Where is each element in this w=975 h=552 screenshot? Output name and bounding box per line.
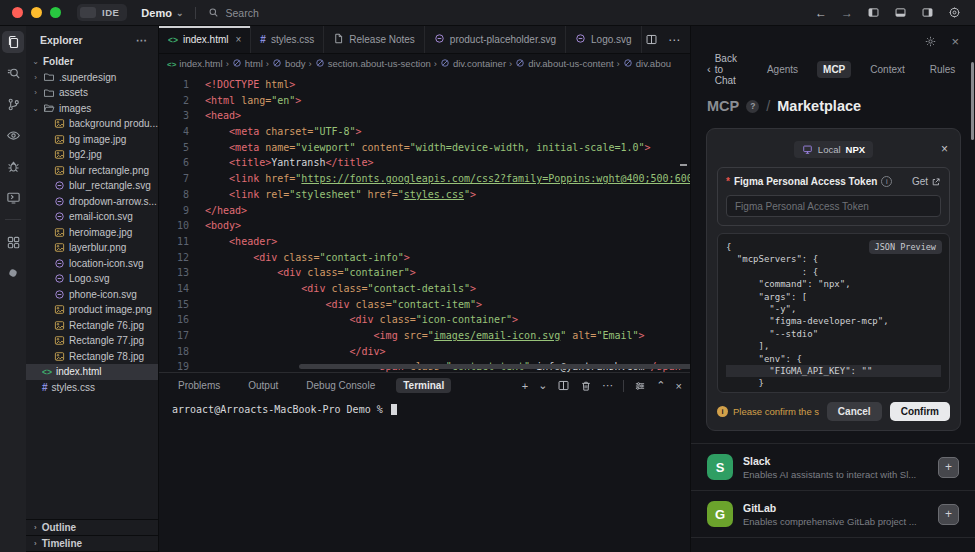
global-search[interactable]: Search xyxy=(208,7,258,19)
split-editor-icon[interactable] xyxy=(645,33,658,46)
toggle-left-panel-icon[interactable] xyxy=(867,6,880,19)
close-panel-icon[interactable]: × xyxy=(676,380,682,392)
tree-item-rectangle-76-jpg[interactable]: Rectangle 76.jpg xyxy=(26,318,158,334)
tree-item--superdesign[interactable]: ›.superdesign xyxy=(26,70,158,86)
tree-item-blur-rectangle-png[interactable]: blur rectangle.png xyxy=(26,163,158,179)
tree-item-rectangle-78-jpg[interactable]: Rectangle 78.jpg xyxy=(26,349,158,365)
tab-product-placeholder-svg[interactable]: product-placeholder.svg xyxy=(425,26,566,53)
activity-preview-eye-icon[interactable] xyxy=(2,124,24,146)
cancel-button[interactable]: Cancel xyxy=(827,402,882,421)
tree-item-logo-svg[interactable]: Logo.svg xyxy=(26,271,158,287)
activity-debug-bug-icon[interactable] xyxy=(2,155,24,177)
breadcrumb-item[interactable]: div.about-us-content xyxy=(515,58,613,69)
activity-extensions-icon[interactable] xyxy=(2,231,24,253)
tab-styles-css[interactable]: #styles.css xyxy=(251,26,324,53)
split-terminal-icon[interactable] xyxy=(557,379,570,392)
code-editor[interactable]: 1<!DOCTYPE html>2<html lang="en">3<head>… xyxy=(159,72,690,372)
panel-tab-rules[interactable]: Rules xyxy=(924,61,962,78)
breadcrumb-item[interactable]: body xyxy=(272,58,306,69)
panel-tab-agents[interactable]: Agents xyxy=(761,61,804,78)
window-controls[interactable] xyxy=(12,7,61,18)
configure-icon[interactable] xyxy=(634,380,646,392)
tree-item-location-icon-svg[interactable]: location-icon.svg xyxy=(26,256,158,272)
toggle-bottom-panel-icon[interactable] xyxy=(894,6,907,19)
sidebar-section-timeline[interactable]: ›Timeline xyxy=(26,536,158,552)
add-server-button[interactable]: + xyxy=(938,457,959,478)
activity-explorer-icon[interactable] xyxy=(2,31,24,53)
close-window-button[interactable] xyxy=(12,7,23,18)
more-actions-icon[interactable]: ⋯ xyxy=(602,379,613,392)
breadcrumb-item[interactable]: div.container xyxy=(440,58,506,69)
chevron-down-icon[interactable]: ⌄ xyxy=(538,379,547,392)
image-file-icon xyxy=(54,134,65,145)
panel-tab-problems[interactable]: Problems xyxy=(171,378,227,393)
get-token-link[interactable]: Get xyxy=(912,176,941,187)
tree-item-label: assets xyxy=(59,87,88,98)
navigate-forward-icon[interactable]: → xyxy=(841,6,853,20)
project-switcher[interactable]: Demo ⌄ xyxy=(141,7,183,19)
panel-tab-mcp[interactable]: MCP xyxy=(817,61,851,78)
panel-scrollbar[interactable] xyxy=(971,62,974,140)
tree-item-product-image-png[interactable]: product image.png xyxy=(26,302,158,318)
kill-terminal-icon[interactable] xyxy=(580,380,592,392)
tree-item-email-icon-svg[interactable]: email-icon.svg xyxy=(26,209,158,225)
tab-close-icon[interactable]: × xyxy=(236,34,242,45)
minimize-window-button[interactable] xyxy=(31,7,42,18)
json-preview: JSON Preview { "mcpServers": { : { "comm… xyxy=(717,233,950,393)
horizontal-scrollbar[interactable] xyxy=(299,364,690,369)
tree-item-styles-css[interactable]: #styles.css xyxy=(26,380,158,396)
tree-item-phone-icon-svg[interactable]: phone-icon.svg xyxy=(26,287,158,303)
breadcrumb-item[interactable]: html xyxy=(232,58,263,69)
tree-item-background-produ-[interactable]: background produ... xyxy=(26,116,158,132)
tree-item-bg2-jpg[interactable]: bg2.jpg xyxy=(26,147,158,163)
settings-icon[interactable] xyxy=(948,6,961,19)
explorer-more-actions-icon[interactable]: ⋯ xyxy=(136,34,148,47)
panel-tab-output[interactable]: Output xyxy=(241,378,285,393)
tab-logo-svg[interactable]: Logo.svg xyxy=(566,26,642,53)
activity-remote-window-icon[interactable] xyxy=(2,186,24,208)
help-icon[interactable]: ? xyxy=(746,100,759,113)
breadcrumb-item[interactable]: section.about-us-section xyxy=(315,58,431,69)
activity-source-control-icon[interactable] xyxy=(2,93,24,115)
tree-item-index-html[interactable]: <>index.html xyxy=(26,364,158,380)
panel-tab-debug-console[interactable]: Debug Console xyxy=(299,378,382,393)
tree-item-assets[interactable]: ›assets xyxy=(26,85,158,101)
navigate-back-icon[interactable]: ← xyxy=(815,6,827,20)
panel-settings-icon[interactable] xyxy=(924,35,937,48)
panel-close-icon[interactable]: × xyxy=(951,34,959,49)
line-content: </div> xyxy=(205,344,386,360)
panel-tab-context[interactable]: Context xyxy=(864,61,910,78)
activity-search-icon[interactable] xyxy=(2,62,24,84)
tab-release-notes[interactable]: Release Notes xyxy=(324,26,425,53)
tree-item-bg-image-jpg[interactable]: bg image.jpg xyxy=(26,132,158,148)
zoom-window-button[interactable] xyxy=(50,7,61,18)
svg-file-icon xyxy=(54,289,65,300)
breadcrumb-item[interactable]: <>index.html xyxy=(167,58,223,69)
tree-item-folder[interactable]: ⌄Folder xyxy=(26,54,158,70)
confirm-button[interactable]: Confirm xyxy=(890,402,950,421)
panel-tab-terminal[interactable]: Terminal xyxy=(396,378,451,393)
tab-index-html[interactable]: <>index.html× xyxy=(159,26,251,53)
add-server-button[interactable]: + xyxy=(938,504,959,525)
terminal-output[interactable]: arroact@Arroacts-MacBook-Pro Demo % xyxy=(159,398,690,552)
token-input[interactable]: Figma Personal Access Token xyxy=(726,195,941,217)
tree-item-blur-rectangle-svg[interactable]: blur_rectangle.svg xyxy=(26,178,158,194)
breadcrumb-item[interactable]: div.abou xyxy=(623,58,671,69)
ide-mode-toggle[interactable]: IDE xyxy=(77,4,127,21)
dialog-close-icon[interactable]: × xyxy=(941,142,948,156)
breadcrumb[interactable]: <>index.html›html›body›section.about-us-… xyxy=(159,54,690,72)
activity-plugin-blob-icon[interactable] xyxy=(2,262,24,284)
tree-item-dropdown-arrow-s-[interactable]: dropdown-arrow.s... xyxy=(26,194,158,210)
toggle-right-panel-icon[interactable] xyxy=(921,6,934,19)
tree-item-rectangle-77-jpg[interactable]: Rectangle 77.jpg xyxy=(26,333,158,349)
plus-icon[interactable]: + xyxy=(522,380,528,392)
maximize-panel-icon[interactable]: ⌃ xyxy=(656,379,665,392)
tree-item-heroimage-jpg[interactable]: heroimage.jpg xyxy=(26,225,158,241)
back-to-chat-button[interactable]: ‹ Back to Chat xyxy=(707,53,737,86)
tree-item-layerblur-png[interactable]: layerblur.png xyxy=(26,240,158,256)
token-field-label: Figma Personal Access Token xyxy=(734,176,877,187)
editor-more-actions-icon[interactable]: ⋯ xyxy=(668,33,680,47)
line-content: <title>Yantransh</title> xyxy=(205,155,374,171)
tree-item-images[interactable]: ⌄images xyxy=(26,101,158,117)
sidebar-section-outline[interactable]: ›Outline xyxy=(26,520,158,536)
